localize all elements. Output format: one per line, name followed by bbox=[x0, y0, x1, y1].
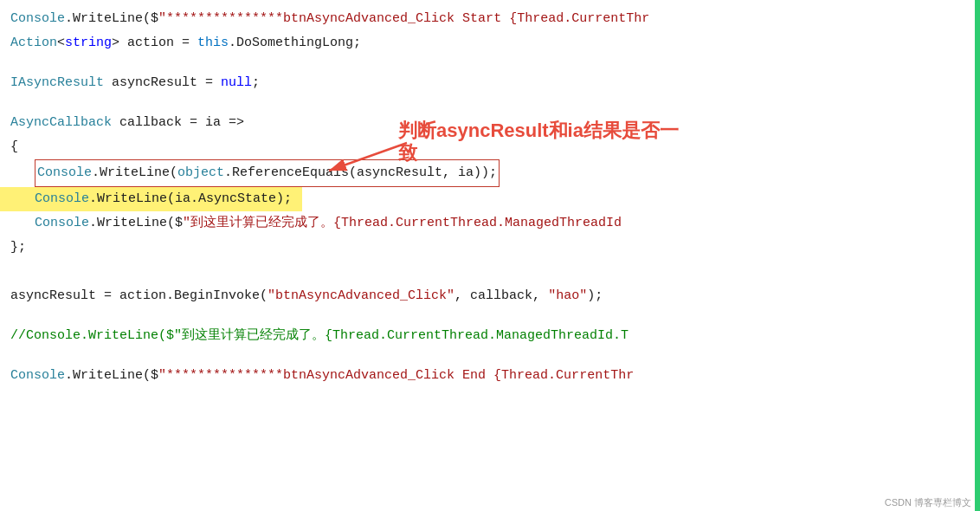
code-line-7: { bbox=[0, 135, 980, 159]
code-line-4: IAsyncResult asyncResult = null; bbox=[0, 71, 980, 95]
code-line-8: Console.WriteLine(object.ReferenceEquals… bbox=[0, 159, 980, 187]
code-container: Console.WriteLine($"***************btnAs… bbox=[0, 0, 980, 511]
code-line-16-content: //Console.WriteLine($"到这里计算已经完成了。{Thread… bbox=[0, 324, 639, 348]
code-line-18-content: Console.WriteLine($"***************btnAs… bbox=[0, 364, 644, 388]
code-line-14-content: asyncResult = action.BeginInvoke("btnAsy… bbox=[0, 284, 613, 308]
code-line-4-content: IAsyncResult asyncResult = null; bbox=[0, 71, 270, 95]
code-line-6-content: AsyncCallback callback = ia => bbox=[0, 111, 255, 135]
code-line-11: }; bbox=[0, 236, 980, 260]
code-line-18: Console.WriteLine($"***************btnAs… bbox=[0, 364, 980, 388]
watermark: CSDN 博客専栏博文 bbox=[885, 496, 971, 509]
code-line-1-content: Console.WriteLine($"***************btnAs… bbox=[0, 7, 660, 31]
code-line-blank-2 bbox=[0, 95, 980, 111]
code-line-blank-4 bbox=[0, 275, 980, 284]
code-line-1: Console.WriteLine($"***************btnAs… bbox=[0, 7, 980, 31]
right-border-accent bbox=[975, 0, 980, 511]
code-line-blank-1 bbox=[0, 55, 980, 71]
code-line-blank-5 bbox=[0, 308, 980, 324]
code-line-2-content: Action<string> action = this.DoSomething… bbox=[0, 31, 371, 55]
code-line-10-content: Console.WriteLine($"到这里计算已经完成了。{Thread.C… bbox=[0, 211, 632, 236]
code-line-blank-6 bbox=[0, 348, 980, 364]
token-console: Console bbox=[10, 11, 65, 26]
code-line-11-content: }; bbox=[0, 236, 36, 260]
code-line-8-content: Console.WriteLine(object.ReferenceEquals… bbox=[0, 159, 510, 187]
code-line-10: Console.WriteLine($"到这里计算已经完成了。{Thread.C… bbox=[0, 211, 980, 236]
code-line-2: Action<string> action = this.DoSomething… bbox=[0, 31, 980, 55]
highlighted-box: Console.WriteLine(object.ReferenceEquals… bbox=[35, 159, 500, 187]
code-line-9: Console.WriteLine(ia.AsyncState); bbox=[0, 187, 980, 211]
token-writeline: WriteLine bbox=[73, 11, 143, 26]
code-line-16: //Console.WriteLine($"到这里计算已经完成了。{Thread… bbox=[0, 324, 980, 348]
code-line-14: asyncResult = action.BeginInvoke("btnAsy… bbox=[0, 284, 980, 308]
code-line-7-content: { bbox=[0, 135, 29, 159]
code-line-6: AsyncCallback callback = ia => bbox=[0, 111, 980, 135]
token-dot: . bbox=[65, 11, 73, 26]
code-line-blank-3 bbox=[0, 260, 980, 275]
code-line-9-content: Console.WriteLine(ia.AsyncState); bbox=[0, 187, 302, 211]
